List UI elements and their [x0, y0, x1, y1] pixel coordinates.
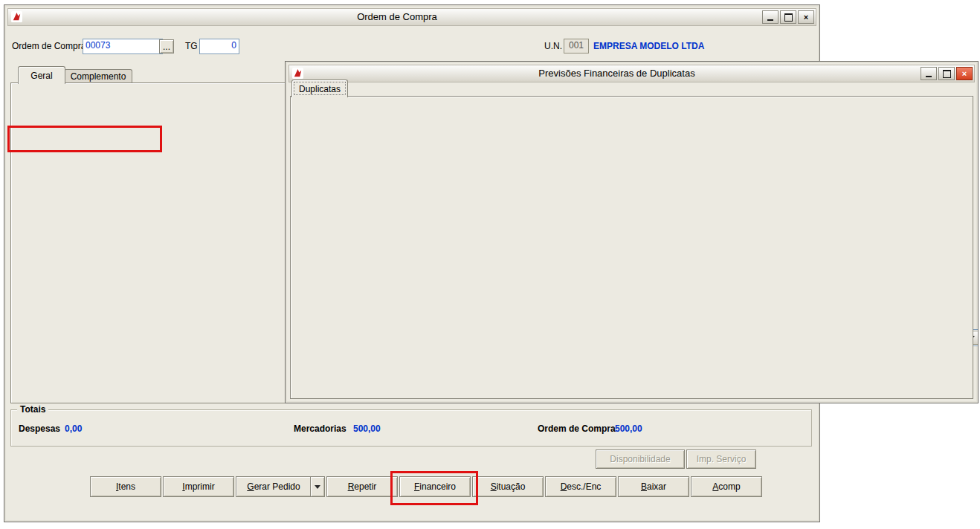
maximize-button[interactable]	[780, 10, 796, 24]
totais-title: Totais	[17, 404, 48, 415]
ordem-input[interactable]: 00073	[83, 39, 163, 54]
close-icon: ×	[962, 70, 967, 78]
empresa-name: EMPRESA MODELO LTDA	[593, 41, 704, 52]
un-value-box: 001	[564, 39, 589, 53]
imprimir-button[interactable]: Imprimir	[163, 476, 234, 497]
baixar-button[interactable]: Baixar	[618, 476, 689, 497]
minimize-button[interactable]	[921, 67, 937, 80]
ordem-total-value: 500,00	[615, 423, 642, 435]
maximize-icon	[943, 70, 951, 78]
window-title: Previsões Financeiras de Duplicatas	[319, 68, 915, 79]
minimize-button[interactable]	[762, 10, 778, 24]
tabpage-duplicatas	[290, 96, 973, 399]
close-icon: ×	[804, 13, 808, 22]
disponibilidade-button[interactable]: Disponibilidade	[596, 450, 685, 469]
mercadorias-value: 500,00	[353, 423, 381, 435]
tg-input[interactable]: 0	[199, 39, 239, 54]
tg-label: TG	[185, 41, 198, 52]
gerar-pedido-dropdown-button[interactable]	[310, 476, 325, 497]
chevron-down-icon	[315, 485, 320, 489]
window-previsoes-financeiras: Previsões Financeiras de Duplicatas × Du…	[285, 61, 979, 403]
ordem-label: Ordem de Compra	[12, 41, 86, 52]
window-title: Ordem de Compra	[38, 11, 756, 22]
acomp-button[interactable]: Acomp	[691, 476, 762, 497]
tab-complemento[interactable]: Complemento	[64, 69, 132, 83]
close-button[interactable]: ×	[798, 10, 814, 24]
tab-geral[interactable]: Geral	[18, 66, 65, 84]
despesas-value: 0,00	[65, 423, 82, 435]
minimize-icon	[767, 19, 773, 21]
un-label: U.N.	[544, 41, 562, 52]
maximize-button[interactable]	[938, 67, 955, 80]
mercadorias-label: Mercadorias	[294, 423, 346, 435]
desc-enc-button[interactable]: Desc./Enc	[545, 476, 616, 497]
ordem-total-label: Ordem de Compra	[538, 423, 616, 435]
despesas-label: Despesas	[19, 423, 60, 435]
itens-button[interactable]: Itens	[90, 476, 161, 497]
titlebar-previsoes[interactable]: Previsões Financeiras de Duplicatas ×	[288, 65, 975, 82]
tab-duplicatas[interactable]: Duplicatas	[291, 79, 348, 97]
financeiro-button[interactable]: Financeiro	[399, 476, 471, 497]
ordem-lookup-button[interactable]: ...	[159, 39, 174, 53]
imp-servico-button[interactable]: Imp. Serviço	[686, 450, 756, 469]
maximize-icon	[784, 13, 793, 22]
group-totais: Totais Despesas 0,00 Mercadorias 500,00 …	[10, 409, 812, 447]
desktop: Ordem de Compra × Ordem de Compra 00073 …	[0, 0, 980, 529]
situacao-button[interactable]: Situação	[472, 476, 544, 497]
gerar-pedido-button[interactable]: Gerar Pedido	[236, 476, 312, 497]
close-button[interactable]: ×	[956, 67, 973, 80]
titlebar-ordem[interactable]: Ordem de Compra ×	[7, 8, 816, 26]
repetir-button[interactable]: Repetir	[326, 476, 398, 497]
app-icon	[11, 11, 22, 22]
minimize-icon	[926, 76, 932, 77]
app-icon	[292, 68, 303, 79]
